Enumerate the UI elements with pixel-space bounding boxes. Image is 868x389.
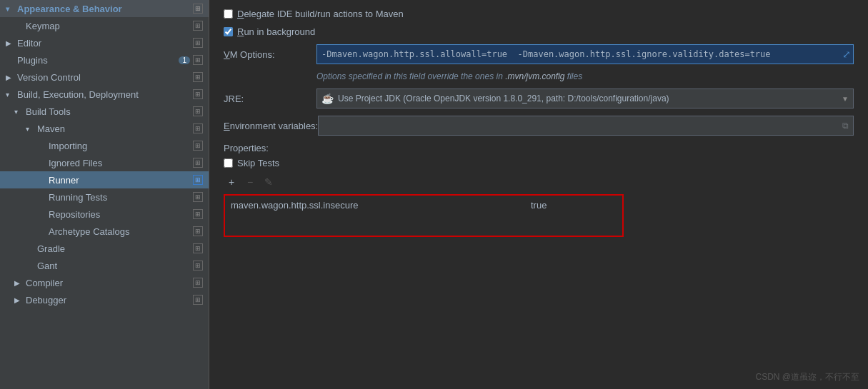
settings-icon: ⊞ [193, 21, 203, 31]
settings-icon: ⊞ [193, 295, 203, 305]
skip-tests-label[interactable]: Skip Tests [237, 158, 279, 168]
table-row[interactable]: maven.wagon.http.ssl.insecure true [225, 196, 622, 214]
vm-options-input[interactable] [316, 44, 854, 64]
sidebar-item-build-tools[interactable]: ▾ Build Tools ⊞ [0, 103, 209, 120]
properties-table: maven.wagon.http.ssl.insecure true [224, 194, 624, 237]
sidebar-item-gant[interactable]: Gant ⊞ [0, 257, 209, 274]
settings-icon: ⊞ [193, 261, 203, 271]
settings-icon: ⊞ [193, 209, 203, 219]
settings-icon: ⊞ [193, 141, 203, 151]
sidebar: ▾ Appearance & Behavior ⊞ Keymap ⊞ ▶ Edi… [0, 0, 209, 389]
sidebar-item-label: Gradle [37, 243, 193, 254]
settings-icon: ⊞ [193, 226, 203, 236]
sidebar-item-importing[interactable]: Importing ⊞ [0, 137, 209, 154]
sidebar-item-repositories[interactable]: Repositories ⊞ [0, 206, 209, 223]
sidebar-item-label: Plugins [17, 55, 179, 66]
sidebar-item-editor[interactable]: ▶ Editor ⊞ [0, 34, 209, 51]
vm-options-label: VM Options: [224, 49, 316, 60]
watermark: CSDN @道虽迩，不行不至 [755, 371, 859, 383]
settings-icon: ⊞ [193, 192, 203, 202]
sidebar-item-archetype-catalogs[interactable]: Archetype Catalogs ⊞ [0, 223, 209, 240]
arrow-icon: ▾ [14, 108, 23, 116]
arrow-icon: ▶ [14, 296, 23, 304]
run-background-row: Run in background [224, 26, 854, 37]
settings-icon: ⊞ [193, 158, 203, 168]
remove-property-button[interactable]: − [242, 174, 258, 190]
sidebar-item-label: Gant [37, 261, 193, 271]
sidebar-item-label: Compiler [26, 278, 193, 288]
sidebar-item-label: Editor [17, 38, 193, 49]
sidebar-item-label: Maven [37, 123, 193, 134]
sidebar-item-ignored-files[interactable]: Ignored Files ⊞ [0, 154, 209, 171]
sidebar-item-build-execution-deployment[interactable]: ▾ Build, Execution, Deployment ⊞ [0, 86, 209, 103]
sidebar-item-label: Runner [49, 175, 193, 186]
vm-options-expand-icon[interactable]: ⤢ [842, 49, 851, 60]
plugin-badge: 1 [179, 56, 190, 64]
vm-options-field-container: ⤢ [316, 44, 854, 64]
env-variables-label: Environment variables: [224, 121, 318, 131]
add-property-button[interactable]: + [224, 174, 239, 190]
sidebar-item-label: Importing [49, 141, 193, 151]
sidebar-item-label: Debugger [26, 295, 193, 305]
sidebar-item-label: Appearance & Behavior [17, 4, 193, 14]
jre-value: Use Project JDK (Oracle OpenJDK version … [338, 94, 849, 103]
arrow-icon: ▾ [6, 5, 14, 13]
edit-property-button[interactable]: ✎ [261, 174, 276, 190]
arrow-icon: ▶ [6, 74, 14, 81]
settings-icon: ⊞ [193, 38, 203, 48]
env-edit-icon[interactable]: ⧉ [842, 121, 849, 131]
sidebar-item-label: Build Tools [26, 106, 193, 117]
sidebar-item-plugins[interactable]: Plugins 1 ⊞ [0, 51, 209, 69]
sidebar-item-compiler[interactable]: ▶ Compiler ⊞ [0, 274, 209, 291]
arrow-icon: ▾ [26, 125, 34, 133]
run-background-checkbox[interactable] [224, 27, 233, 36]
sidebar-item-label: Ignored Files [49, 158, 193, 168]
sidebar-item-version-control[interactable]: ▶ Version Control ⊞ [0, 69, 209, 86]
settings-icon: ⊞ [193, 243, 203, 253]
sidebar-item-label: Repositories [49, 209, 193, 220]
property-value: true [531, 200, 617, 211]
sidebar-item-appearance-behavior[interactable]: ▾ Appearance & Behavior ⊞ [0, 0, 209, 17]
settings-icon: ⊞ [193, 123, 203, 133]
sidebar-item-label: Running Tests [49, 192, 193, 203]
jre-select[interactable]: ☕ Use Project JDK (Oracle OpenJDK versio… [316, 89, 854, 108]
dropdown-arrow-icon: ▼ [842, 95, 849, 103]
settings-icon: ⊞ [193, 72, 203, 82]
arrow-icon: ▶ [14, 279, 23, 287]
jre-row: JRE: ☕ Use Project JDK (Oracle OpenJDK v… [224, 89, 854, 108]
sidebar-item-keymap[interactable]: Keymap ⊞ [0, 17, 209, 34]
arrow-icon: ▾ [6, 91, 14, 98]
sidebar-item-label: Keymap [26, 21, 193, 31]
sidebar-item-label: Build, Execution, Deployment [17, 89, 193, 100]
vm-options-hint: Options specified in this field override… [316, 71, 854, 81]
property-key: maven.wagon.http.ssl.insecure [231, 200, 531, 211]
properties-toolbar: + − ✎ [224, 174, 854, 190]
delegate-label[interactable]: Delegate IDE build/run actions to Maven [237, 9, 404, 19]
settings-icon: ⊞ [193, 4, 203, 14]
sidebar-item-maven[interactable]: ▾ Maven ⊞ [0, 120, 209, 137]
sidebar-item-gradle[interactable]: Gradle ⊞ [0, 240, 209, 257]
run-background-label[interactable]: Run in background [237, 26, 315, 37]
arrow-icon: ▶ [6, 39, 14, 47]
settings-icon: ⊞ [193, 55, 203, 65]
vm-options-row: VM Options: ⤢ [224, 44, 854, 64]
sidebar-item-running-tests[interactable]: Running Tests ⊞ [0, 188, 209, 206]
jre-label: JRE: [224, 94, 316, 104]
env-input-field[interactable]: ⧉ [318, 116, 854, 136]
settings-icon: ⊞ [193, 278, 203, 288]
delegate-checkbox-row: Delegate IDE build/run actions to Maven [224, 9, 854, 19]
sidebar-item-runner[interactable]: Runner ⊞ [0, 171, 209, 188]
skip-tests-checkbox[interactable] [224, 158, 233, 168]
settings-icon: ⊞ [193, 175, 203, 185]
sidebar-item-label: Archetype Catalogs [49, 226, 193, 237]
env-variables-row: Environment variables: ⧉ [224, 116, 854, 136]
sidebar-item-debugger[interactable]: ▶ Debugger ⊞ [0, 291, 209, 308]
settings-icon: ⊞ [193, 106, 203, 116]
sidebar-item-label: Version Control [17, 72, 193, 83]
main-panel: Delegate IDE build/run actions to Maven … [209, 0, 868, 389]
properties-label: Properties: [224, 143, 854, 153]
jdk-icon: ☕ [321, 93, 334, 104]
delegate-checkbox[interactable] [224, 9, 233, 19]
settings-icon: ⊞ [193, 89, 203, 99]
skip-tests-row: Skip Tests [224, 158, 854, 168]
